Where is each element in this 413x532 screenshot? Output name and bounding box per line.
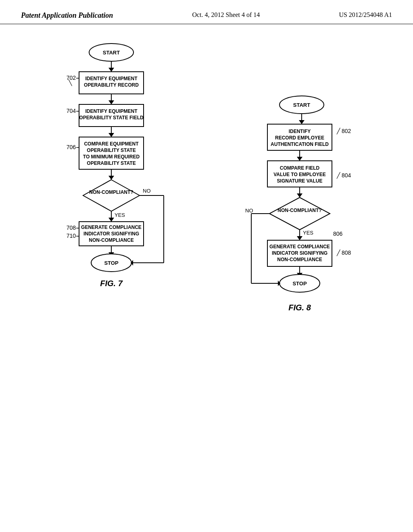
svg-text:RECORD EMPLOYEE: RECORD EMPLOYEE	[275, 135, 324, 141]
svg-text:FIG. 7: FIG. 7	[100, 279, 123, 288]
svg-text:NON-COMPLIANT?: NON-COMPLIANT?	[277, 208, 321, 213]
svg-text:╱ 808: ╱ 808	[336, 249, 351, 256]
svg-text:COMPARE FIELD: COMPARE FIELD	[280, 165, 320, 171]
svg-marker-61	[297, 157, 302, 161]
svg-text:806: 806	[333, 231, 343, 237]
svg-marker-76	[297, 236, 302, 240]
svg-text:OPERABILITY STATE: OPERABILITY STATE	[87, 148, 136, 153]
svg-text:GENERATE COMPLIANCE: GENERATE COMPLIANCE	[81, 224, 142, 230]
svg-marker-11	[108, 100, 114, 104]
svg-text:AUTHENTICATION FIELD: AUTHENTICATION FIELD	[271, 141, 329, 147]
svg-text:OPERABILITY RECORD: OPERABILITY RECORD	[84, 82, 139, 88]
svg-text:VALUE TO EMPLOYEE: VALUE TO EMPLOYEE	[273, 172, 326, 177]
svg-text:IDENTIFY: IDENTIFY	[289, 129, 311, 134]
svg-text:OPERABILITY STATE: OPERABILITY STATE	[87, 160, 136, 166]
svg-text:GENERATE COMPLIANCE: GENERATE COMPLIANCE	[269, 244, 330, 249]
svg-text:706: 706	[67, 144, 76, 150]
svg-text:YES: YES	[115, 212, 125, 218]
sheet-info: Oct. 4, 2012 Sheet 4 of 14	[192, 11, 260, 19]
svg-text:NO: NO	[143, 188, 151, 194]
fig8-diagram: START IDENTIFY RECORD EMPLOYEE AUTHENTIC…	[206, 36, 397, 399]
svg-text:START: START	[293, 102, 310, 108]
svg-text:SIGNATURE VALUE: SIGNATURE VALUE	[277, 178, 323, 184]
svg-text:YES: YES	[303, 230, 313, 236]
svg-text:NON-COMPLIANCE: NON-COMPLIANCE	[89, 237, 133, 243]
fig7-svg: START IDENTIFY EQUIPMENT OPERABILITY REC…	[43, 40, 180, 355]
svg-marker-27	[108, 176, 114, 180]
svg-text:╱ 802: ╱ 802	[336, 128, 351, 135]
svg-text:FIG. 8: FIG. 8	[288, 303, 311, 312]
svg-text:╱ 804: ╱ 804	[336, 172, 351, 179]
svg-marker-28	[83, 180, 140, 211]
svg-text:710: 710	[67, 233, 76, 239]
svg-marker-18	[108, 133, 114, 137]
svg-text:OPERABILITY STATE FIELD: OPERABILITY STATE FIELD	[79, 115, 144, 121]
svg-text:START: START	[103, 50, 120, 56]
fig8-svg: START IDENTIFY RECORD EMPLOYEE AUTHENTIC…	[237, 93, 366, 399]
svg-text:IDENTIFY EQUIPMENT: IDENTIFY EQUIPMENT	[85, 76, 138, 81]
svg-text:704: 704	[67, 108, 76, 114]
svg-text:STOP: STOP	[292, 281, 307, 287]
svg-text:INDICATOR SIGNIFYING: INDICATOR SIGNIFYING	[272, 250, 327, 256]
svg-marker-34	[108, 218, 114, 222]
patent-number: US 2012/254048 A1	[339, 11, 392, 19]
svg-text:NON-COMPLIANT?: NON-COMPLIANT?	[89, 189, 133, 195]
svg-text:COMPARE EQUIPMENT: COMPARE EQUIPMENT	[84, 141, 139, 147]
svg-text:TO MINIMUM REQUIRED: TO MINIMUM REQUIRED	[83, 154, 140, 160]
svg-marker-68	[297, 193, 302, 197]
svg-marker-3	[108, 68, 114, 72]
fig7-diagram: START IDENTIFY EQUIPMENT OPERABILITY REC…	[16, 36, 206, 399]
svg-text:708: 708	[67, 224, 76, 231]
svg-text:NO: NO	[245, 208, 253, 214]
svg-marker-69	[269, 197, 330, 230]
svg-text:INDICATOR SIGNIFYING: INDICATOR SIGNIFYING	[83, 231, 139, 237]
svg-text:IDENTIFY EQUIPMENT: IDENTIFY EQUIPMENT	[85, 108, 138, 114]
publication-title: Patent Application Publication	[21, 11, 113, 20]
main-content: START IDENTIFY EQUIPMENT OPERABILITY REC…	[0, 24, 413, 411]
svg-text:NON-COMPLIANCE: NON-COMPLIANCE	[277, 257, 322, 262]
page-header: Patent Application Publication Oct. 4, 2…	[0, 0, 413, 24]
svg-text:STOP: STOP	[104, 260, 118, 266]
svg-marker-54	[299, 120, 305, 124]
